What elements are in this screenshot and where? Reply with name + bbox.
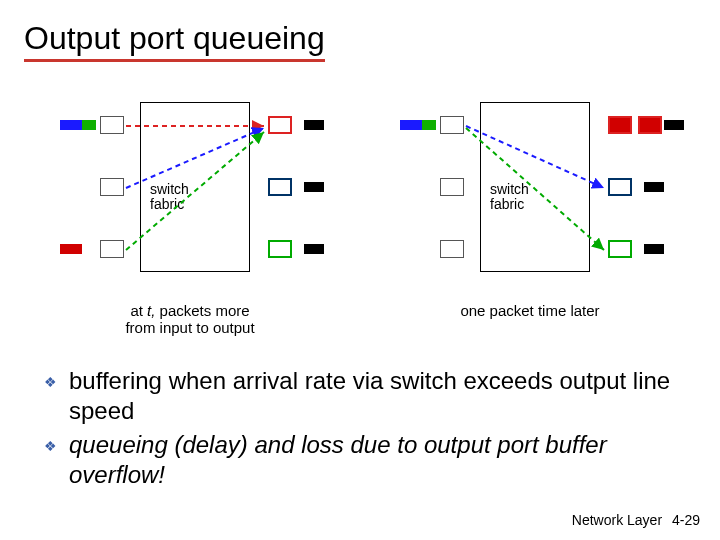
bullet-item-1: ❖ buffering when arrival rate via switch… <box>44 366 696 426</box>
output-queued-packet <box>638 116 662 134</box>
input-slot-1 <box>100 116 124 134</box>
input-packet-green <box>82 120 96 130</box>
diagrams-row: switch fabric <box>24 102 696 282</box>
footer-section: Network Layer <box>572 512 662 528</box>
output-line-2 <box>644 182 664 192</box>
caption-right: one packet time later <box>400 302 660 336</box>
output-slot-1 <box>268 116 292 134</box>
caption-left-prefix: at <box>130 302 147 319</box>
input-packet-blue <box>400 120 422 130</box>
output-line-3 <box>644 244 664 254</box>
input-slot-3 <box>440 240 464 258</box>
footer-page: 4-29 <box>672 512 700 528</box>
output-line-2 <box>304 182 324 192</box>
switch-fabric-label: switch fabric <box>150 182 189 213</box>
diagram-left: switch fabric <box>60 102 320 282</box>
output-slot-2 <box>268 178 292 196</box>
output-slot-3 <box>608 240 632 258</box>
bullet-icon: ❖ <box>44 438 57 456</box>
output-line-1 <box>304 120 324 130</box>
output-line-1 <box>664 120 684 130</box>
input-packet-blue <box>60 120 82 130</box>
bullet-item-2: ❖ queueing (delay) and loss due to outpu… <box>44 430 696 490</box>
bullet-list: ❖ buffering when arrival rate via switch… <box>24 366 696 490</box>
switch-fabric-label: switch fabric <box>490 182 529 213</box>
input-slot-3 <box>100 240 124 258</box>
input-packet-green <box>422 120 436 130</box>
output-slot-3 <box>268 240 292 258</box>
output-line-3 <box>304 244 324 254</box>
footer: Network Layer 4-29 <box>572 512 700 528</box>
diagram-right: switch fabric <box>400 102 660 282</box>
output-slot-1-filled <box>608 116 632 134</box>
caption-left: at t, packets more from input to output <box>60 302 320 336</box>
bullet-text: queueing (delay) and loss due to output … <box>69 430 696 490</box>
bullet-text: buffering when arrival rate via switch e… <box>69 366 696 426</box>
output-slot-2 <box>608 178 632 196</box>
input-slot-2 <box>100 178 124 196</box>
input-packet-red <box>60 244 82 254</box>
slide-title: Output port queueing <box>24 20 325 62</box>
captions-row: at t, packets more from input to output … <box>24 296 696 336</box>
input-slot-1 <box>440 116 464 134</box>
input-slot-2 <box>440 178 464 196</box>
bullet-icon: ❖ <box>44 374 57 392</box>
